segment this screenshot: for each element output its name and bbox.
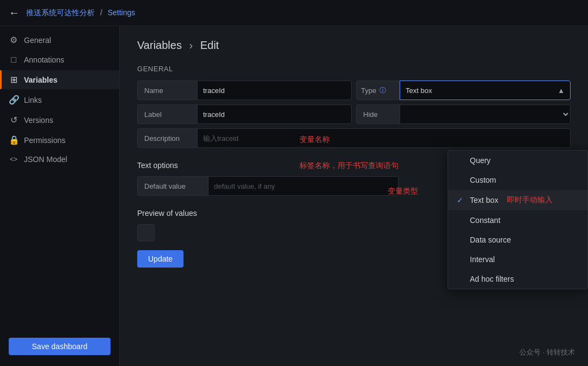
dropdown-item-adhoc[interactable]: Ad hoc filters <box>448 269 587 289</box>
save-dashboard-button[interactable]: Save dashboard <box>9 338 111 355</box>
update-button[interactable]: Update <box>137 250 183 268</box>
chevron-up-icon: ▲ <box>558 86 565 95</box>
preview-box <box>137 224 155 241</box>
sidebar-item-versions[interactable]: ↺ Versions <box>0 110 119 129</box>
dropdown-item-custom[interactable]: Custom <box>448 170 587 190</box>
sidebar-item-annotations[interactable]: □ Annotations <box>0 51 119 69</box>
page-heading: Variables › Edit <box>137 39 571 52</box>
sidebar-item-json-model[interactable]: <> JSON Model <box>0 151 119 168</box>
description-label: Description <box>137 128 197 148</box>
sidebar-item-permissions[interactable]: 🔒 Permissions <box>0 131 119 150</box>
check-icon: ✓ <box>457 196 465 204</box>
sidebar-item-label: Versions <box>24 116 53 125</box>
description-row: Description <box>137 128 571 148</box>
sidebar-item-variables[interactable]: ⊞ Variables <box>0 70 119 89</box>
general-section-label: General <box>137 65 571 73</box>
topbar-title: 推送系统可达性分析 / Settings <box>26 8 135 18</box>
variables-icon: ⊞ <box>9 75 19 85</box>
sidebar-item-label: Permissions <box>24 136 65 145</box>
default-value-input[interactable] <box>208 176 399 196</box>
default-value-label: Default value <box>137 176 208 196</box>
sidebar-item-links[interactable]: 🔗 Links <box>0 90 119 109</box>
type-annotation: 变量类型 <box>388 187 418 196</box>
dropdown-item-interval[interactable]: Interval <box>448 250 587 269</box>
label-label: Label <box>137 104 197 124</box>
type-select[interactable]: Text box ▲ <box>400 80 571 100</box>
dropdown-item-query[interactable]: Query <box>448 151 587 170</box>
label-row: Label 标签名称，用于书写查询语句 <box>137 104 352 124</box>
name-input[interactable] <box>197 80 352 100</box>
name-annotation: 变量名称 <box>299 135 330 145</box>
save-btn-container: Save dashboard <box>0 331 119 362</box>
back-button[interactable]: ← <box>9 7 20 19</box>
type-row: Type ⓘ Text box ▲ 变量类型 <box>356 80 571 100</box>
dropdown-item-textbox[interactable]: ✓ Text box 即时手动输入 <box>448 190 587 210</box>
sidebar-item-label: Variables <box>24 76 58 84</box>
name-row: Name 变量名称 <box>137 80 352 100</box>
links-icon: 🔗 <box>9 95 19 105</box>
type-info-icon: ⓘ <box>379 86 386 95</box>
sidebar-item-label: Links <box>24 96 42 104</box>
sidebar-item-general[interactable]: ⚙ General <box>0 30 119 49</box>
form-grid: Name 变量名称 Type ⓘ Text box ▲ 变量类型 Label <box>137 80 571 148</box>
hide-label: Hide <box>356 104 400 124</box>
versions-icon: ↺ <box>9 115 19 125</box>
permissions-icon: 🔒 <box>9 135 19 145</box>
watermark: 公众号 · 转转技术 <box>519 348 575 357</box>
content-area: Variables › Edit General Name 变量名称 Type … <box>120 26 588 366</box>
type-dropdown: Query Custom ✓ Text box 即时手动输入 Constant … <box>448 150 588 289</box>
main-layout: ⚙ General □ Annotations ⊞ Variables 🔗 Li… <box>0 26 588 366</box>
sidebar-item-label: General <box>24 36 51 45</box>
default-value-row: Default value <box>137 176 399 196</box>
general-icon: ⚙ <box>9 35 19 45</box>
sidebar-item-label: JSON Model <box>24 155 67 164</box>
sidebar-item-label: Annotations <box>24 55 64 64</box>
description-input[interactable] <box>197 128 571 148</box>
textbox-annotation: 即时手动输入 <box>507 195 553 205</box>
hide-select[interactable]: Label Variable <box>400 104 571 124</box>
name-label: Name <box>137 80 197 100</box>
type-select-value: Text box <box>406 86 432 95</box>
json-model-icon: <> <box>9 156 19 163</box>
topbar: ← 推送系统可达性分析 / Settings <box>0 0 588 26</box>
dropdown-item-datasource[interactable]: Data source <box>448 230 587 250</box>
hide-row: Hide Label Variable <box>356 104 571 124</box>
label-annotation: 标签名称，用于书写查询语句 <box>299 161 399 171</box>
label-input[interactable] <box>197 104 352 124</box>
annotations-icon: □ <box>9 55 19 65</box>
dropdown-item-constant[interactable]: Constant <box>448 210 587 230</box>
type-label: Type ⓘ <box>356 80 400 100</box>
sidebar: ⚙ General □ Annotations ⊞ Variables 🔗 Li… <box>0 26 120 366</box>
